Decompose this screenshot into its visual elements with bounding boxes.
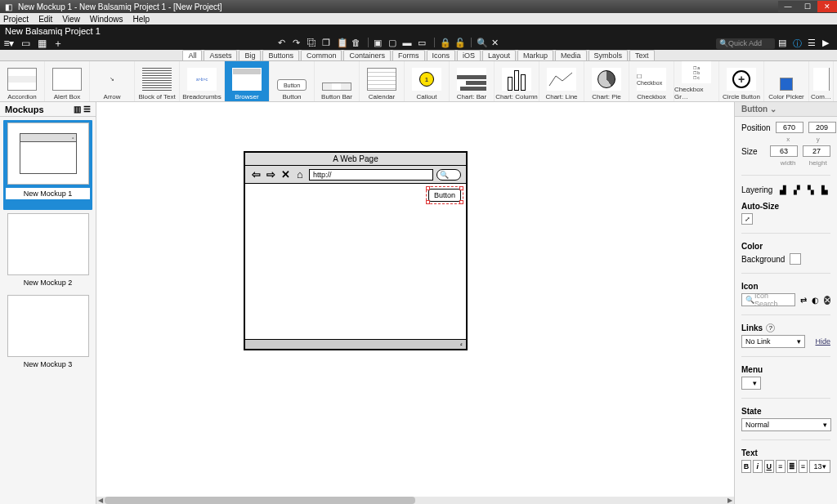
bring-front-icon[interactable]: ▬	[403, 38, 414, 49]
canvas-horizontal-scrollbar[interactable]: ◀ ▶	[96, 497, 734, 504]
library-item-alert-box[interactable]: Alert Box	[45, 61, 90, 102]
library-item-chart-pie[interactable]: Chart: Pie	[584, 61, 629, 102]
lock-icon[interactable]: 🔒	[440, 38, 451, 49]
library-item-chart-bar[interactable]: Chart: Bar	[450, 61, 495, 102]
font-size-select[interactable]: 13▾	[809, 460, 830, 473]
library-item-chart-column[interactable]: Chart: Column	[495, 61, 539, 102]
tab-ios[interactable]: iOS	[457, 50, 481, 60]
forward-icon[interactable]: ⇨	[265, 169, 276, 181]
links-select[interactable]: No Link▾	[741, 335, 805, 348]
library-toggle-icon[interactable]: ▤	[778, 38, 790, 49]
align-center-button[interactable]: ≣	[787, 460, 797, 473]
tab-forms[interactable]: Forms	[392, 50, 425, 60]
tab-all[interactable]: All	[182, 50, 202, 60]
fit-icon[interactable]: ✕	[491, 38, 503, 49]
bring-to-front-icon[interactable]: ▟	[777, 184, 789, 195]
home-icon[interactable]: ⌂	[294, 169, 306, 181]
underline-button[interactable]: U	[764, 460, 774, 473]
zoom-icon[interactable]: 🔍	[477, 38, 488, 49]
delete-icon[interactable]: 🗑	[351, 38, 363, 49]
window-close-button[interactable]: ✕	[817, 1, 837, 12]
tab-layout[interactable]: Layout	[482, 50, 516, 60]
mock-browser-body[interactable]: Button	[245, 184, 466, 339]
library-item-arrow[interactable]: ↘Arrow	[90, 61, 135, 102]
tab-text[interactable]: Text	[629, 50, 655, 60]
mockups-list-icon[interactable]: ☰	[83, 105, 91, 114]
properties-icon[interactable]: ☰	[808, 38, 819, 49]
icon-clear-icon[interactable]: ✕	[824, 296, 830, 305]
library-item-callout[interactable]: 1Callout	[405, 61, 450, 102]
menu-view[interactable]: View	[62, 15, 80, 24]
menu-help[interactable]: Help	[132, 15, 150, 24]
mock-url-field[interactable]: http://	[309, 169, 433, 181]
ungroup-icon[interactable]: ▢	[388, 38, 400, 49]
menu-select[interactable]: ▾	[741, 377, 761, 390]
quick-add-input[interactable]: 🔍 Quick Add	[716, 38, 775, 49]
library-item-color-picker[interactable]: Color Picker	[764, 61, 809, 102]
size-w-input[interactable]	[770, 145, 798, 157]
mockup-item-3[interactable]: New Mockup 3	[3, 295, 92, 368]
icon-browse-icon[interactable]: ◐	[812, 296, 819, 305]
library-item-breadcrumbs[interactable]: a>b>cBreadcrumbs	[180, 61, 225, 102]
library-item-block-of-text[interactable]: Block of Text	[135, 61, 180, 102]
unlock-icon[interactable]: 🔓	[454, 38, 466, 49]
tab-markup[interactable]: Markup	[517, 50, 553, 60]
send-backward-icon[interactable]: ▚	[805, 184, 817, 195]
send-to-back-icon[interactable]: ▙	[819, 184, 830, 195]
group-icon[interactable]: ▣	[374, 38, 385, 49]
align-right-button[interactable]: ≡	[799, 460, 808, 473]
size-h-input[interactable]	[803, 145, 830, 157]
mockup-item-1[interactable]: ▫ New Mockup 1	[3, 120, 92, 210]
links-help-icon[interactable]: ?	[766, 323, 775, 332]
back-icon[interactable]: ⇦	[250, 169, 262, 181]
view-thumbnails-icon[interactable]: ▭	[20, 38, 31, 49]
add-mockup-icon[interactable]: ＋	[52, 38, 64, 49]
library-item-accordion[interactable]: Accordion	[0, 61, 45, 102]
tab-assets[interactable]: Assets	[204, 50, 237, 60]
undo-icon[interactable]: ↶	[278, 38, 289, 49]
library-item-more[interactable]: Com…	[809, 61, 834, 102]
library-item-browser[interactable]: Browser	[225, 61, 270, 102]
paste-icon[interactable]: 📋	[337, 38, 348, 49]
bring-forward-icon[interactable]: ▞	[791, 184, 803, 195]
library-item-chart-line[interactable]: Chart: Line	[539, 61, 584, 102]
info-icon[interactable]: ⓘ	[793, 38, 804, 49]
stop-icon[interactable]: ✕	[280, 169, 291, 181]
state-select[interactable]: Normal▾	[741, 418, 831, 431]
mock-browser-window[interactable]: A Web Page ⇦ ⇨ ✕ ⌂ http:// 🔍 Button ⸗	[244, 151, 468, 350]
send-back-icon[interactable]: ▭	[418, 38, 429, 49]
icon-search-input[interactable]: 🔍 Icon Search	[741, 293, 795, 306]
redo-icon[interactable]: ↷	[293, 38, 304, 49]
autosize-button[interactable]: ⤢	[741, 213, 753, 225]
bold-button[interactable]: B	[741, 460, 751, 473]
hide-link[interactable]: Hide	[815, 337, 830, 346]
tab-icons[interactable]: Icons	[427, 50, 456, 60]
library-item-checkbox[interactable]: ☐ CheckboxCheckbox	[629, 61, 674, 102]
mock-button-control[interactable]: Button	[428, 189, 461, 202]
library-item-checkbox-group[interactable]: ☐ a☐ b☐ cCheckbox Gr…	[674, 61, 719, 102]
mockups-grid-icon[interactable]: ▥	[74, 105, 81, 114]
library-item-circle-button[interactable]: +Circle Button	[719, 61, 764, 102]
library-item-calendar[interactable]: Calendar	[360, 61, 405, 102]
tab-big[interactable]: Big	[239, 50, 261, 60]
library-item-button-bar[interactable]: Button Bar	[315, 61, 360, 102]
menu-icon[interactable]: ≡▾	[3, 38, 15, 49]
menu-edit[interactable]: Edit	[38, 15, 52, 24]
mockup-item-2[interactable]: New Mockup 2	[3, 213, 92, 287]
scroll-right-icon[interactable]: ▶	[726, 497, 734, 504]
tab-symbols[interactable]: Symbols	[589, 50, 629, 60]
position-y-input[interactable]	[808, 122, 836, 133]
tab-buttons[interactable]: Buttons	[262, 50, 299, 60]
menu-project[interactable]: Project	[3, 15, 29, 24]
icon-size-icon[interactable]: ⇄	[800, 296, 807, 305]
fullscreen-icon[interactable]: ▶	[822, 38, 834, 49]
tab-media[interactable]: Media	[555, 50, 587, 60]
mock-search-field[interactable]: 🔍	[436, 169, 461, 181]
window-maximize-button[interactable]: ☐	[798, 1, 817, 12]
position-x-input[interactable]	[776, 122, 803, 133]
background-color-swatch[interactable]	[790, 253, 801, 265]
copy-icon[interactable]: ❐	[322, 38, 333, 49]
duplicate-icon[interactable]: ⿻	[307, 38, 319, 49]
align-left-button[interactable]: ≡	[776, 460, 786, 473]
window-minimize-button[interactable]: —	[778, 1, 798, 12]
